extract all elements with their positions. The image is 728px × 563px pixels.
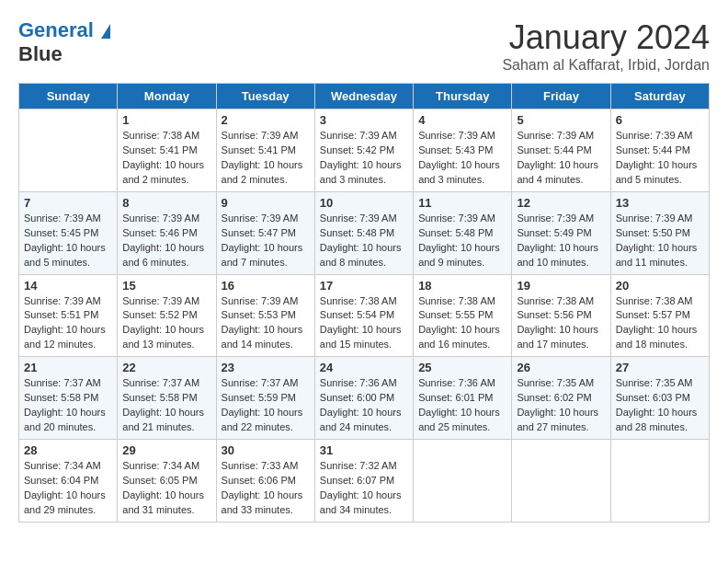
day-info: Sunrise: 7:39 AM Sunset: 5:44 PM Dayligh… bbox=[517, 129, 605, 188]
day-number: 19 bbox=[517, 279, 605, 293]
calendar-cell: 8Sunrise: 7:39 AM Sunset: 5:46 PM Daylig… bbox=[118, 191, 216, 274]
calendar-cell: 30Sunrise: 7:33 AM Sunset: 6:06 PM Dayli… bbox=[216, 440, 314, 523]
weekday-header-tuesday: Tuesday bbox=[216, 84, 314, 109]
calendar-cell: 18Sunrise: 7:38 AM Sunset: 5:55 PM Dayli… bbox=[414, 274, 512, 357]
day-number: 7 bbox=[24, 196, 112, 210]
day-number: 17 bbox=[320, 279, 408, 293]
calendar-cell: 11Sunrise: 7:39 AM Sunset: 5:48 PM Dayli… bbox=[414, 191, 512, 274]
day-info: Sunrise: 7:39 AM Sunset: 5:44 PM Dayligh… bbox=[616, 129, 704, 188]
day-info: Sunrise: 7:32 AM Sunset: 6:07 PM Dayligh… bbox=[320, 459, 408, 518]
day-number: 22 bbox=[122, 361, 210, 374]
calendar-cell: 22Sunrise: 7:37 AM Sunset: 5:58 PM Dayli… bbox=[118, 357, 216, 440]
weekday-header-thursday: Thursday bbox=[414, 84, 512, 109]
day-info: Sunrise: 7:39 AM Sunset: 5:51 PM Dayligh… bbox=[24, 294, 112, 353]
day-info: Sunrise: 7:39 AM Sunset: 5:45 PM Dayligh… bbox=[24, 212, 112, 270]
day-info: Sunrise: 7:36 AM Sunset: 6:01 PM Dayligh… bbox=[418, 376, 506, 435]
day-number: 18 bbox=[418, 279, 506, 293]
day-number: 10 bbox=[320, 196, 408, 210]
calendar-cell: 16Sunrise: 7:39 AM Sunset: 5:53 PM Dayli… bbox=[216, 274, 314, 357]
day-info: Sunrise: 7:35 AM Sunset: 6:02 PM Dayligh… bbox=[517, 376, 605, 435]
day-info: Sunrise: 7:38 AM Sunset: 5:55 PM Dayligh… bbox=[418, 294, 506, 353]
calendar-cell: 31Sunrise: 7:32 AM Sunset: 6:07 PM Dayli… bbox=[314, 440, 413, 523]
calendar-week-2: 7Sunrise: 7:39 AM Sunset: 5:45 PM Daylig… bbox=[19, 191, 710, 274]
calendar-cell bbox=[512, 440, 610, 523]
calendar-cell: 25Sunrise: 7:36 AM Sunset: 6:01 PM Dayli… bbox=[414, 357, 512, 440]
weekday-header-saturday: Saturday bbox=[610, 84, 709, 109]
day-info: Sunrise: 7:36 AM Sunset: 6:00 PM Dayligh… bbox=[320, 376, 408, 435]
calendar-cell: 17Sunrise: 7:38 AM Sunset: 5:54 PM Dayli… bbox=[314, 274, 413, 357]
day-info: Sunrise: 7:38 AM Sunset: 5:56 PM Dayligh… bbox=[517, 294, 605, 353]
calendar-cell: 24Sunrise: 7:36 AM Sunset: 6:00 PM Dayli… bbox=[314, 357, 413, 440]
day-info: Sunrise: 7:34 AM Sunset: 6:05 PM Dayligh… bbox=[122, 459, 210, 518]
day-info: Sunrise: 7:39 AM Sunset: 5:47 PM Dayligh… bbox=[222, 212, 310, 270]
day-number: 27 bbox=[616, 361, 704, 374]
day-info: Sunrise: 7:38 AM Sunset: 5:57 PM Dayligh… bbox=[616, 294, 704, 353]
day-number: 6 bbox=[616, 113, 704, 127]
weekday-header-friday: Friday bbox=[512, 84, 610, 109]
calendar-cell bbox=[414, 440, 512, 523]
day-number: 31 bbox=[320, 443, 408, 457]
calendar-cell: 4Sunrise: 7:39 AM Sunset: 5:43 PM Daylig… bbox=[414, 109, 512, 192]
calendar-cell: 21Sunrise: 7:37 AM Sunset: 5:58 PM Dayli… bbox=[19, 357, 118, 440]
calendar-cell: 10Sunrise: 7:39 AM Sunset: 5:48 PM Dayli… bbox=[314, 191, 413, 274]
calendar-cell: 14Sunrise: 7:39 AM Sunset: 5:51 PM Dayli… bbox=[19, 274, 118, 357]
day-info: Sunrise: 7:39 AM Sunset: 5:49 PM Dayligh… bbox=[517, 212, 605, 270]
day-info: Sunrise: 7:39 AM Sunset: 5:48 PM Dayligh… bbox=[320, 212, 408, 270]
calendar-week-3: 14Sunrise: 7:39 AM Sunset: 5:51 PM Dayli… bbox=[19, 274, 710, 357]
day-number: 5 bbox=[517, 113, 605, 127]
calendar-cell bbox=[19, 109, 118, 192]
page-header: General Blue January 2024 Saham al Kaffa… bbox=[18, 18, 710, 74]
calendar-cell bbox=[610, 440, 709, 523]
day-info: Sunrise: 7:34 AM Sunset: 6:04 PM Dayligh… bbox=[24, 459, 112, 518]
day-number: 30 bbox=[222, 443, 310, 457]
day-info: Sunrise: 7:39 AM Sunset: 5:52 PM Dayligh… bbox=[122, 294, 210, 353]
calendar-cell: 12Sunrise: 7:39 AM Sunset: 5:49 PM Dayli… bbox=[512, 191, 610, 274]
calendar-body: 1Sunrise: 7:38 AM Sunset: 5:41 PM Daylig… bbox=[19, 109, 710, 523]
weekday-header-monday: Monday bbox=[118, 84, 216, 109]
day-number: 28 bbox=[24, 443, 112, 457]
logo-text: General Blue bbox=[18, 18, 110, 67]
day-info: Sunrise: 7:39 AM Sunset: 5:50 PM Dayligh… bbox=[616, 212, 704, 270]
calendar-cell: 15Sunrise: 7:39 AM Sunset: 5:52 PM Dayli… bbox=[118, 274, 216, 357]
calendar-cell: 9Sunrise: 7:39 AM Sunset: 5:47 PM Daylig… bbox=[216, 191, 314, 274]
logo: General Blue bbox=[18, 18, 110, 67]
month-title: January 2024 bbox=[502, 18, 710, 57]
day-number: 14 bbox=[24, 279, 112, 293]
day-info: Sunrise: 7:39 AM Sunset: 5:53 PM Dayligh… bbox=[222, 294, 310, 353]
location-subtitle: Saham al Kaffarat, Irbid, Jordan bbox=[502, 57, 710, 74]
calendar-week-5: 28Sunrise: 7:34 AM Sunset: 6:04 PM Dayli… bbox=[19, 440, 710, 523]
day-number: 15 bbox=[122, 279, 210, 293]
weekday-header-row: SundayMondayTuesdayWednesdayThursdayFrid… bbox=[19, 84, 710, 109]
day-number: 13 bbox=[616, 196, 704, 210]
weekday-header-sunday: Sunday bbox=[19, 84, 118, 109]
day-info: Sunrise: 7:37 AM Sunset: 5:59 PM Dayligh… bbox=[222, 376, 310, 435]
day-info: Sunrise: 7:38 AM Sunset: 5:41 PM Dayligh… bbox=[122, 129, 210, 188]
day-info: Sunrise: 7:39 AM Sunset: 5:46 PM Dayligh… bbox=[122, 212, 210, 270]
day-number: 1 bbox=[122, 113, 210, 127]
calendar-cell: 26Sunrise: 7:35 AM Sunset: 6:02 PM Dayli… bbox=[512, 357, 610, 440]
calendar-cell: 6Sunrise: 7:39 AM Sunset: 5:44 PM Daylig… bbox=[610, 109, 709, 192]
day-number: 29 bbox=[122, 443, 210, 457]
calendar-week-1: 1Sunrise: 7:38 AM Sunset: 5:41 PM Daylig… bbox=[19, 109, 710, 192]
calendar-cell: 3Sunrise: 7:39 AM Sunset: 5:42 PM Daylig… bbox=[314, 109, 413, 192]
calendar-cell: 2Sunrise: 7:39 AM Sunset: 5:41 PM Daylig… bbox=[216, 109, 314, 192]
day-info: Sunrise: 7:39 AM Sunset: 5:43 PM Dayligh… bbox=[418, 129, 506, 188]
logo-triangle-icon bbox=[101, 24, 110, 39]
title-section: January 2024 Saham al Kaffarat, Irbid, J… bbox=[502, 18, 710, 74]
day-number: 8 bbox=[122, 196, 210, 210]
day-number: 24 bbox=[320, 361, 408, 374]
day-number: 4 bbox=[418, 113, 506, 127]
weekday-header-wednesday: Wednesday bbox=[314, 84, 413, 109]
day-number: 11 bbox=[418, 196, 506, 210]
calendar-cell: 28Sunrise: 7:34 AM Sunset: 6:04 PM Dayli… bbox=[19, 440, 118, 523]
day-info: Sunrise: 7:39 AM Sunset: 5:48 PM Dayligh… bbox=[418, 212, 506, 270]
day-info: Sunrise: 7:38 AM Sunset: 5:54 PM Dayligh… bbox=[320, 294, 408, 353]
day-number: 2 bbox=[222, 113, 310, 127]
day-number: 16 bbox=[222, 279, 310, 293]
calendar-week-4: 21Sunrise: 7:37 AM Sunset: 5:58 PM Dayli… bbox=[19, 357, 710, 440]
calendar-cell: 27Sunrise: 7:35 AM Sunset: 6:03 PM Dayli… bbox=[610, 357, 709, 440]
day-info: Sunrise: 7:37 AM Sunset: 5:58 PM Dayligh… bbox=[24, 376, 112, 435]
day-info: Sunrise: 7:35 AM Sunset: 6:03 PM Dayligh… bbox=[616, 376, 704, 435]
calendar-header: SundayMondayTuesdayWednesdayThursdayFrid… bbox=[19, 84, 710, 109]
calendar-cell: 1Sunrise: 7:38 AM Sunset: 5:41 PM Daylig… bbox=[118, 109, 216, 192]
